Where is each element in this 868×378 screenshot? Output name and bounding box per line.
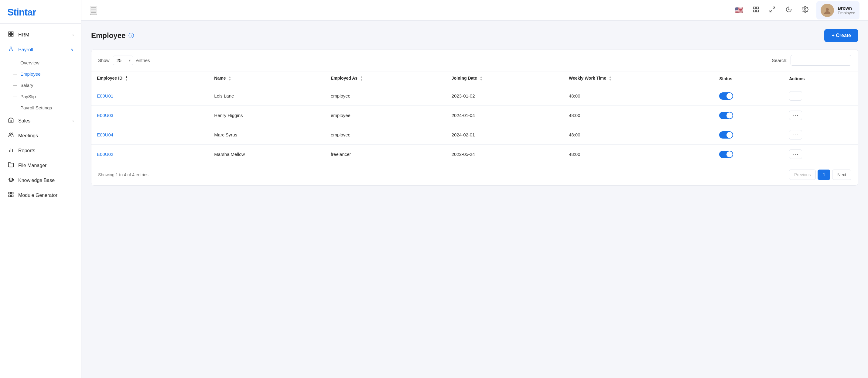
employee-id-link-0[interactable]: E00U01 [97,93,113,98]
user-avatar [820,4,834,17]
svg-line-19 [770,10,772,12]
sort-arrows-id: ▲ ▼ [125,76,128,82]
sidebar-item-hrm[interactable]: HRM › [0,27,81,42]
sidebar-item-overview-label: Overview [20,60,39,65]
employee-id-link-1[interactable]: E00U03 [97,113,113,118]
sidebar: Stintar HRM › Payroll ∨ Overview Employe… [0,0,82,378]
cell-weekly-work-time-0: 48:00 [563,86,714,106]
user-name: Brown [838,5,855,11]
employee-id-link-3[interactable]: E00U02 [97,152,113,157]
svg-point-4 [10,47,12,49]
cell-status-1 [714,106,783,125]
svg-point-5 [9,133,11,134]
meetings-icon [7,132,14,140]
cell-name-2: Marc Syrus [209,125,325,145]
col-employee-id-label: Employee ID [97,76,122,81]
cell-actions-2: ··· [783,125,858,145]
actions-menu-button-1[interactable]: ··· [789,111,802,120]
sidebar-item-sales[interactable]: Sales › [0,113,81,128]
user-role: Employee [838,11,855,15]
svg-rect-17 [756,10,758,12]
page-info-icon[interactable]: ⓘ [128,32,134,39]
col-employed-as[interactable]: Employed As ▲ ▼ [325,71,446,86]
status-toggle-3[interactable] [719,151,733,158]
page-1-button[interactable]: 1 [817,170,830,180]
employee-id-link-2[interactable]: E00U04 [97,132,113,137]
menu-toggle-button[interactable]: ☰ [90,6,97,15]
page-title: Employee [91,31,125,40]
sort-arrows-joining-date: ▲ ▼ [480,76,483,82]
sidebar-item-employee-label: Employee [20,71,41,77]
svg-rect-15 [756,7,758,9]
user-profile-section[interactable]: Brown Employee [816,1,860,20]
svg-line-18 [773,7,775,9]
actions-menu-button-2[interactable]: ··· [789,130,802,140]
sidebar-item-payroll[interactable]: Payroll ∨ [0,42,81,57]
sidebar-item-payroll-label: Payroll [18,47,33,53]
search-input[interactable] [790,55,851,66]
logo: Stintar [0,0,81,24]
employee-table: Employee ID ▲ ▼ Name ▲ ▼ [91,71,858,164]
create-employee-button[interactable]: + Create [824,29,858,42]
col-joining-date[interactable]: Joining Date ▲ ▼ [446,71,563,86]
svg-rect-2 [9,35,11,36]
svg-rect-0 [9,32,11,34]
showing-text: Showing 1 to 4 of 4 entries [98,172,149,177]
cell-employee-id-2: E00U04 [91,125,209,145]
language-flag-icon[interactable]: 🇺🇸 [733,5,745,16]
sidebar-item-knowledge-base[interactable]: Knowledge Base [0,173,81,188]
sidebar-item-employee[interactable]: Employee [0,68,81,80]
col-weekly-work-time[interactable]: Weekly Work Time ▲ ▼ [563,71,714,86]
actions-menu-button-3[interactable]: ··· [789,149,802,159]
cell-status-3 [714,145,783,164]
dark-mode-icon[interactable] [783,4,794,16]
sidebar-item-meetings-label: Meetings [18,133,38,139]
sidebar-item-reports[interactable]: Reports [0,143,81,158]
previous-page-button[interactable]: Previous [789,170,816,180]
table-row: E00U04 Marc Syrus employee 2024-02-01 48… [91,125,858,145]
col-employee-id[interactable]: Employee ID ▲ ▼ [91,71,209,86]
topbar: ☰ 🇺🇸 Brown Employee [82,0,868,21]
table-body: E00U01 Lois Lane employee 2023-01-02 48:… [91,86,858,164]
sidebar-item-salary[interactable]: Salary [0,80,81,91]
main-area: ☰ 🇺🇸 Brown Employee [82,0,868,378]
sort-arrows-employed-as: ▲ ▼ [360,76,363,82]
svg-rect-11 [11,192,13,194]
sidebar-item-payslip[interactable]: PaySlip [0,91,81,102]
sidebar-item-module-generator[interactable]: Module Generator [0,188,81,203]
col-name[interactable]: Name ▲ ▼ [209,71,325,86]
svg-point-22 [826,8,829,11]
cell-name-1: Henry Higgins [209,106,325,125]
sidebar-item-payroll-settings[interactable]: Payroll Settings [0,102,81,113]
svg-point-6 [11,133,13,134]
sidebar-item-overview[interactable]: Overview [0,57,81,68]
svg-rect-14 [753,7,755,9]
entries-label: entries [136,58,150,63]
page-header: Employee ⓘ + Create [91,29,858,42]
next-page-button[interactable]: Next [832,170,851,180]
employee-table-card: Show 25 10 50 100 entries Search: [91,49,858,186]
cell-name-3: Marsha Mellow [209,145,325,164]
table-footer: Showing 1 to 4 of 4 entries Previous 1 N… [91,164,858,185]
status-toggle-0[interactable] [719,92,733,100]
col-joining-date-label: Joining Date [452,76,477,81]
sort-arrows-weekly-work-time: ▲ ▼ [609,76,612,82]
cell-status-2 [714,125,783,145]
sales-icon [7,117,14,124]
table-controls: Show 25 10 50 100 entries Search: [91,50,858,71]
status-toggle-1[interactable] [719,112,733,119]
entries-select[interactable]: 25 10 50 100 [113,56,133,65]
fullscreen-icon[interactable] [767,4,777,16]
sales-chevron: › [72,118,74,123]
sidebar-item-file-manager[interactable]: File Manager [0,158,81,173]
status-toggle-2[interactable] [719,131,733,139]
col-employed-as-label: Employed As [331,76,358,81]
col-status-label: Status [719,76,732,81]
table-row: E00U03 Henry Higgins employee 2024-01-04… [91,106,858,125]
settings-icon[interactable] [800,4,810,16]
svg-rect-13 [11,195,13,197]
cell-employed-as-1: employee [325,106,446,125]
apps-grid-icon[interactable] [751,4,761,16]
actions-menu-button-0[interactable]: ··· [789,91,802,100]
sidebar-item-meetings[interactable]: Meetings [0,128,81,143]
